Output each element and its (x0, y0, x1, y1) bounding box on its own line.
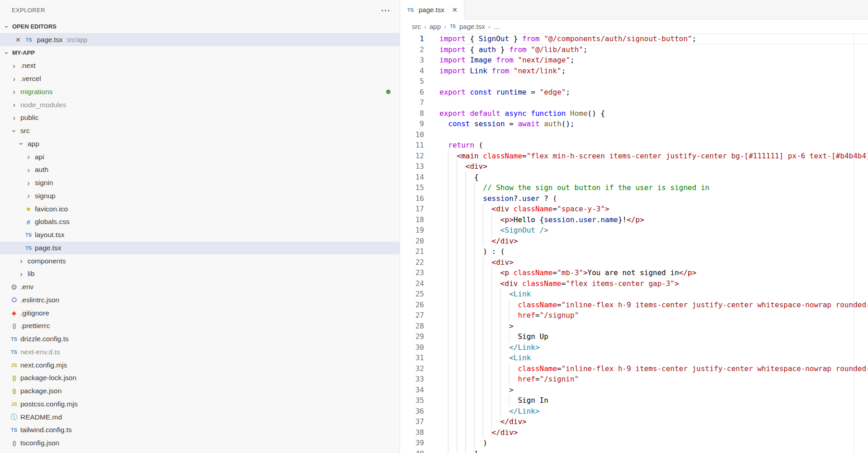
line-number[interactable]: 30 (400, 342, 439, 353)
tree-item-src[interactable]: ›src (0, 124, 400, 138)
line-number[interactable]: 36 (400, 406, 439, 417)
code-line[interactable]: 16session?.user ? ( (400, 193, 868, 204)
line-number[interactable]: 23 (400, 267, 439, 278)
line-number[interactable]: 3 (400, 55, 439, 66)
line-number[interactable]: 9 (400, 119, 439, 129)
code-editor[interactable]: 1import { SignOut } from "@/components/a… (400, 33, 868, 453)
tree-item-favicon.ico[interactable]: ★favicon.ico (0, 202, 400, 215)
chevron-right-icon[interactable]: › (17, 257, 25, 265)
code-line[interactable]: 29Sign Up (400, 331, 868, 342)
code-line[interactable]: 17<div className="space-y-3"> (400, 204, 868, 215)
code-line[interactable]: 39) (400, 438, 868, 448)
breadcrumb-src[interactable]: src (412, 23, 421, 30)
more-actions-icon[interactable]: ⋯ (381, 5, 391, 15)
tree-item-next.config.mjs[interactable]: JSnext.config.mjs (0, 358, 400, 372)
code-line[interactable]: 28> (400, 321, 868, 332)
chevron-right-icon[interactable]: › (10, 75, 18, 83)
line-number[interactable]: 17 (400, 204, 439, 215)
code-line[interactable]: 35Sign In (400, 395, 868, 406)
tree-item-package.json[interactable]: {}package.json (0, 385, 400, 398)
code-line[interactable]: 20</div> (400, 236, 868, 247)
breadcrumb-symbol-ellipsis[interactable]: … (494, 23, 500, 30)
code-line[interactable]: 15// Show the sign out button if the use… (400, 182, 868, 193)
open-editor-item[interactable]: ✕ TS page.tsx src/app (0, 33, 400, 46)
tree-item-api[interactable]: ›api (0, 150, 400, 163)
tree-item-lib[interactable]: ›lib (0, 267, 400, 281)
chevron-right-icon[interactable]: › (10, 88, 18, 95)
chevron-down-icon[interactable]: › (10, 127, 18, 135)
tree-item-.gitignore[interactable]: ◆.gitignore (0, 306, 400, 319)
tree-item-next-env.d.ts[interactable]: TSnext-env.d.ts (0, 346, 400, 359)
line-number[interactable]: 7 (400, 97, 439, 108)
workspace-section-header[interactable]: › MY-APP (0, 46, 400, 59)
close-icon[interactable]: ✕ (452, 6, 458, 14)
code-line[interactable]: 21) : ( (400, 246, 868, 257)
code-line[interactable]: 8export default async function Home() { (400, 108, 868, 119)
chevron-right-icon[interactable]: › (10, 114, 18, 122)
line-number[interactable]: 25 (400, 289, 439, 300)
chevron-right-icon[interactable]: › (24, 153, 33, 161)
code-line[interactable]: 13<div> (400, 161, 868, 172)
line-number[interactable]: 38 (400, 427, 439, 438)
code-line[interactable]: 14{ (400, 172, 868, 183)
line-number[interactable]: 32 (400, 363, 439, 374)
tree-item-page.tsx[interactable]: TSpage.tsx (0, 242, 400, 255)
code-line[interactable]: 12<main className="flex min-h-screen ite… (400, 151, 868, 162)
tree-item-package-lock.json[interactable]: {}package-lock.json (0, 372, 400, 385)
code-line[interactable]: 37</div> (400, 416, 868, 427)
tree-item-drizzle.config.ts[interactable]: TSdrizzle.config.ts (0, 333, 400, 346)
code-line[interactable]: 9const session = await auth(); (400, 119, 868, 129)
tab-page-tsx[interactable]: TS page.tsx ✕ (400, 0, 464, 19)
tree-item-postcss.config.mjs[interactable]: JSpostcss.config.mjs (0, 398, 400, 411)
line-number[interactable]: 35 (400, 395, 439, 406)
line-number[interactable]: 37 (400, 416, 439, 427)
line-number[interactable]: 15 (400, 182, 439, 193)
line-number[interactable]: 29 (400, 331, 439, 342)
code-line[interactable]: 40} (400, 448, 868, 453)
breadcrumb-app[interactable]: app (429, 23, 441, 30)
code-line[interactable]: 7 (400, 97, 868, 108)
breadcrumb-page-tsx[interactable]: page.tsx (459, 23, 485, 30)
code-line[interactable]: 10 (400, 129, 868, 140)
chevron-right-icon[interactable]: › (24, 192, 33, 200)
tree-item-layout.tsx[interactable]: TSlayout.tsx (0, 229, 400, 242)
tree-item-node-modules[interactable]: ›node_modules (0, 98, 400, 111)
code-line[interactable]: 3import Image from "next/image"; (400, 55, 868, 66)
chevron-right-icon[interactable]: › (24, 179, 33, 187)
code-line[interactable]: 33href="/signin" (400, 374, 868, 385)
tree-item-.env[interactable]: ⚙.env (0, 281, 400, 294)
line-number[interactable]: 39 (400, 438, 439, 448)
tree-item-app[interactable]: ›app (0, 138, 400, 151)
line-number[interactable]: 22 (400, 257, 439, 268)
chevron-down-icon[interactable]: › (4, 24, 10, 30)
chevron-right-icon[interactable]: › (10, 62, 18, 70)
tree-item-migrations[interactable]: ›migrations (0, 86, 400, 99)
code-line[interactable]: 26className="inline-flex h-9 items-cente… (400, 300, 868, 310)
tree-item-readme.md[interactable]: ⓘREADME.md (0, 410, 400, 424)
tree-item-globals.css[interactable]: #globals.css (0, 215, 400, 229)
code-line[interactable]: 38</div> (400, 427, 868, 438)
tree-item-public[interactable]: ›public (0, 111, 400, 124)
code-line[interactable]: 1import { SignOut } from "@/components/a… (400, 33, 868, 44)
code-line[interactable]: 30</Link> (400, 342, 868, 353)
code-line[interactable]: 2import { auth } from "@/lib/auth"; (400, 44, 868, 55)
close-icon[interactable]: ✕ (15, 36, 21, 43)
tree-item-.next[interactable]: ›.next (0, 59, 400, 72)
tree-item-tailwind.config.ts[interactable]: TStailwind.config.ts (0, 424, 400, 437)
code-line[interactable]: 31<Link (400, 353, 868, 363)
line-number[interactable]: 4 (400, 66, 439, 76)
code-line[interactable]: 11return ( (400, 140, 868, 151)
code-line[interactable]: 24<div className="flex items-center gap-… (400, 278, 868, 289)
chevron-down-icon[interactable]: › (4, 50, 10, 56)
code-line[interactable]: 19<SignOut /> (400, 225, 868, 236)
code-line[interactable]: 27href="/signup" (400, 310, 868, 321)
line-number[interactable]: 12 (400, 151, 439, 162)
chevron-down-icon[interactable]: › (18, 140, 25, 148)
open-editors-section-header[interactable]: › OPEN EDITORS (0, 20, 400, 33)
line-number[interactable]: 40 (400, 448, 439, 453)
chevron-right-icon[interactable]: › (17, 270, 25, 278)
line-number[interactable]: 1 (400, 33, 439, 44)
chevron-right-icon[interactable]: › (10, 101, 18, 109)
tree-item-auth[interactable]: ›auth (0, 163, 400, 176)
tree-item-signup[interactable]: ›signup (0, 190, 400, 203)
